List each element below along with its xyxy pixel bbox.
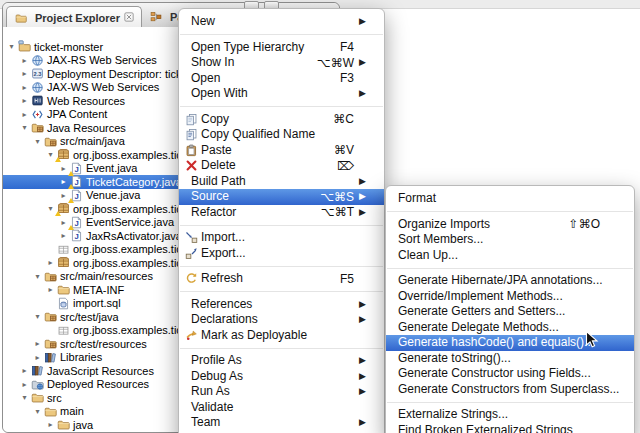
menu-item-generate-constructor-using-fields[interactable]: Generate Constructor using Fields...	[386, 366, 634, 382]
menu-item-label: Open Type Hierarchy	[191, 40, 304, 56]
expand-arrow-icon[interactable]: ▸	[19, 378, 30, 392]
collapse-arrow-icon[interactable]: ▾	[19, 121, 30, 135]
menu-item-label: Validate	[191, 400, 233, 416]
collapse-arrow-icon[interactable]: ▾	[6, 40, 17, 54]
menu-item-references[interactable]: References▶	[179, 297, 384, 313]
package-icon	[56, 256, 70, 269]
menu-shortcut: F5	[340, 272, 354, 286]
menu-item-label: Refactor	[191, 205, 236, 221]
expand-arrow-icon[interactable]: ▸	[19, 67, 30, 81]
menu-item-open-type-hierarchy[interactable]: Open Type HierarchyF4	[179, 40, 384, 56]
expand-arrow-icon[interactable]: ▸	[45, 283, 56, 297]
tab-label: Project Explorer	[35, 12, 120, 24]
menu-separator	[386, 397, 634, 407]
menu-item-label: Copy	[201, 112, 229, 128]
delete-icon	[184, 159, 198, 172]
tree-item-label: main	[60, 405, 84, 417]
expand-arrow-icon[interactable]: ▸	[45, 256, 56, 270]
svg-text:J: J	[74, 178, 78, 187]
menu-item-copy-qualified-name[interactable]: Copy Qualified Name	[179, 127, 384, 143]
menu-item-sort-members[interactable]: Sort Members...	[386, 232, 634, 248]
expand-arrow-icon[interactable]: ▸	[58, 229, 69, 243]
menu-item-generate-getters-and-setters[interactable]: Generate Getters and Setters...	[386, 304, 634, 320]
menu-item-run-as[interactable]: Run As▶	[179, 384, 384, 400]
menu-shortcut: ⌘C	[333, 112, 354, 126]
tree-item-label: Venue.java	[86, 189, 140, 201]
expand-arrow-icon[interactable]: ▸	[19, 108, 30, 122]
menu-item-delete[interactable]: Delete⌦	[179, 158, 384, 174]
menu-item-find-broken-externalized-strings[interactable]: Find Broken Externalized Strings	[386, 423, 634, 433]
menu-item-open[interactable]: OpenF3	[179, 71, 384, 87]
menu-item-new[interactable]: New▶	[179, 14, 384, 30]
tree-item-label: JAX-WS Web Services	[47, 81, 159, 93]
empty-package-icon	[56, 324, 70, 337]
collapse-arrow-icon[interactable]: ▾	[32, 405, 43, 419]
menu-item-import[interactable]: Import...	[179, 230, 384, 246]
menu-item-label: New	[191, 14, 215, 30]
menu-item-format[interactable]: Format	[386, 191, 634, 207]
close-icon[interactable]	[124, 12, 134, 24]
menu-item-team[interactable]: Team▶	[179, 415, 384, 431]
expand-arrow-icon[interactable]: ▸	[19, 81, 30, 95]
submenu-arrow-icon: ▶	[359, 86, 366, 102]
submenu-arrow-icon: ▶	[359, 312, 366, 328]
menu-item-externalize-strings[interactable]: Externalize Strings...	[386, 407, 634, 423]
menu-item-debug-as[interactable]: Debug As▶	[179, 369, 384, 385]
menu-item-refactor[interactable]: Refactor⌥⌘T▶	[179, 205, 384, 221]
menu-item-override-implement-methods[interactable]: Override/Implement Methods...	[386, 289, 634, 305]
svg-text:J: J	[74, 165, 78, 174]
collapse-arrow-icon[interactable]: ▾	[32, 310, 43, 324]
tree-item-label: java	[73, 419, 93, 431]
menu-item-label: Profile As	[191, 353, 242, 369]
menu-item-generate-hibernate-jpa-annotations[interactable]: Generate Hibernate/JPA annotations...	[386, 273, 634, 289]
expand-arrow-icon[interactable]: ▸	[32, 337, 43, 351]
import-icon	[184, 231, 198, 244]
menu-item-open-with[interactable]: Open With▶	[179, 86, 384, 102]
menu-item-mark-as-deployable[interactable]: Mark as Deployable	[179, 328, 384, 344]
menu-item-refresh[interactable]: RefreshF5	[179, 271, 384, 287]
menu-item-clean-up[interactable]: Clean Up...	[386, 248, 634, 264]
menu-item-validate[interactable]: Validate	[179, 400, 384, 416]
menu-item-label: Organize Imports	[398, 217, 490, 233]
menu-item-copy[interactable]: Copy⌘C	[179, 112, 384, 128]
svg-text:J: J	[74, 219, 78, 228]
menu-item-paste[interactable]: Paste⌘V	[179, 143, 384, 159]
expand-arrow-icon[interactable]: ▸	[19, 94, 30, 108]
menu-item-generate-tostring[interactable]: Generate toString()...	[386, 351, 634, 367]
menu-item-build-path[interactable]: Build Path▶	[179, 174, 384, 190]
menu-item-export[interactable]: Export...	[179, 246, 384, 262]
menu-item-profile-as[interactable]: Profile As▶	[179, 353, 384, 369]
menu-item-label: Externalize Strings...	[398, 407, 508, 423]
expand-arrow-icon[interactable]: ▸	[32, 351, 43, 365]
tree-item-label: src	[47, 392, 62, 404]
menu-item-label: Declarations	[191, 312, 258, 328]
tree-item-label: src/main/resources	[60, 270, 153, 282]
menu-item-generate-constructors-from-superclass[interactable]: Generate Constructors from Superclass...	[386, 382, 634, 398]
menu-item-show-in[interactable]: Show In⌥⌘W▶	[179, 55, 384, 71]
menu-separator	[179, 261, 384, 271]
tree-item-label: JPA Content	[47, 108, 107, 120]
menu-item-declarations[interactable]: Declarations▶	[179, 312, 384, 328]
menu-item-label: Run As	[191, 384, 230, 400]
web-resources-icon	[30, 94, 44, 107]
menu-item-organize-imports[interactable]: Organize Imports⇧⌘O	[386, 217, 634, 233]
menu-item-source[interactable]: Source⌥⌘S▶	[179, 189, 384, 205]
mouse-cursor	[585, 330, 599, 350]
folder-icon	[30, 391, 44, 404]
expand-arrow-icon[interactable]: ▸	[45, 418, 56, 432]
menu-item-label: Paste	[201, 143, 232, 159]
submenu-arrow-icon: ▶	[359, 205, 366, 221]
collapse-arrow-icon[interactable]: ▾	[32, 270, 43, 284]
expand-arrow-icon[interactable]: ▸	[19, 364, 30, 378]
menu-item-label: Generate Hibernate/JPA annotations...	[398, 273, 603, 289]
source-folder-icon	[43, 135, 57, 148]
expand-arrow-icon[interactable]: ▸	[19, 54, 30, 68]
menu-item-label: Generate Getters and Setters...	[398, 304, 565, 320]
collapse-arrow-icon[interactable]: ▾	[19, 391, 30, 405]
eclipse-workbench: Project Explorer Package Ex ▾ticket-mons…	[0, 0, 640, 433]
collapse-arrow-icon[interactable]: ▾	[32, 135, 43, 149]
submenu-arrow-icon: ▶	[359, 14, 366, 30]
menu-shortcut: F4	[340, 40, 354, 54]
warning-overlay-icon	[55, 211, 61, 216]
tab-project-explorer[interactable]: Project Explorer	[6, 6, 142, 28]
